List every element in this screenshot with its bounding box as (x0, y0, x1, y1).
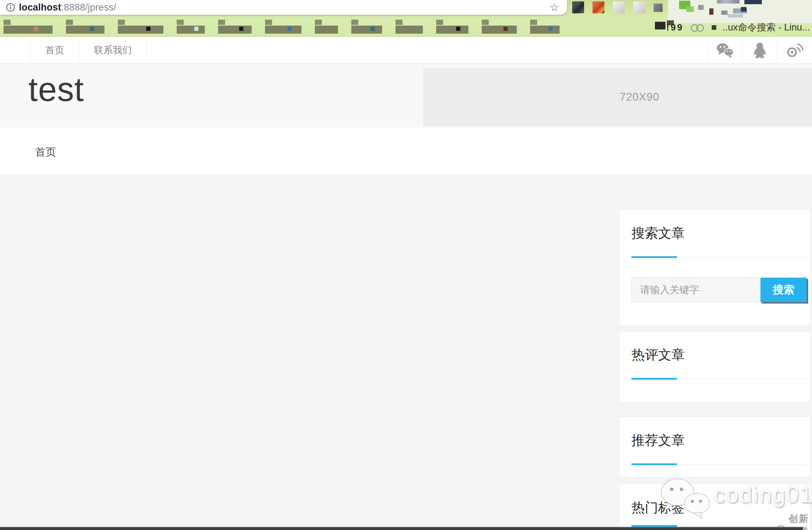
url-path: :8888/jpress/ (61, 2, 116, 13)
blurred-bookmark[interactable] (218, 20, 252, 34)
site-navbar: 首页 联系我们 (0, 37, 812, 64)
blurred-pixel-block (728, 14, 743, 18)
title-underline (631, 463, 807, 465)
page: localhost:8888/jpress/ ☆ ! (0, 0, 812, 530)
nav-item-home[interactable]: 首页 (30, 37, 79, 63)
browser-toolbar: localhost:8888/jpress/ ☆ ! (0, 0, 812, 37)
secondary-nav: 首页 (0, 128, 812, 175)
breadcrumb-home[interactable]: 首页 (35, 145, 56, 159)
blurred-bookmark[interactable] (118, 20, 163, 34)
url-host: localhost (19, 2, 61, 13)
page-info-icon[interactable] (6, 2, 15, 12)
blurred-pixel-block (721, 11, 728, 15)
social-icons (707, 37, 812, 63)
search-row: 搜索 (631, 278, 807, 302)
blurred-bookmark[interactable] (265, 20, 302, 34)
blurred-browser-popup (668, 0, 812, 23)
extension-icon[interactable] (572, 1, 584, 13)
card-title: 热评文章 (631, 346, 807, 364)
blurred-bookmark[interactable] (530, 20, 560, 34)
search-articles-card: 搜索文章 搜索 (619, 209, 811, 326)
bookmarks-bar (4, 20, 564, 34)
blurred-pixel-block (686, 6, 694, 12)
address-bar[interactable]: localhost:8888/jpress/ ☆ (0, 0, 567, 15)
extension-icon[interactable] (633, 1, 645, 13)
blurred-bookmark[interactable] (177, 20, 205, 34)
wechat-icon[interactable] (707, 37, 742, 63)
blurred-bookmark[interactable] (315, 20, 338, 34)
blurred-pixel-block (655, 22, 665, 29)
bottom-dark-bar (0, 527, 803, 530)
blurred-bookmark[interactable] (66, 20, 104, 34)
search-input[interactable] (631, 278, 760, 302)
blurred-bookmark[interactable] (482, 20, 517, 34)
accent-rule (631, 378, 677, 380)
blurred-bookmark[interactable] (395, 20, 423, 34)
extension-icon[interactable] (613, 1, 625, 13)
blurred-pixel-block (698, 5, 704, 10)
title-underline (631, 378, 807, 380)
recommended-card: 推荐文章 (619, 416, 811, 477)
card-title: 搜索文章 (631, 224, 807, 242)
accent-rule (631, 256, 677, 258)
blurred-pixel-block (744, 0, 762, 4)
accent-rule (631, 463, 677, 465)
divider (677, 464, 807, 464)
url-text[interactable]: localhost:8888/jpress/ (19, 2, 116, 13)
blurred-pixel-block (717, 0, 739, 4)
nav-item-contact[interactable]: 联系我们 (79, 37, 147, 63)
blurred-pixel-block (741, 7, 746, 12)
blurred-bookmark[interactable] (351, 20, 382, 34)
blurred-count-text: !99 (666, 22, 684, 33)
site-header: test 720X90 (0, 64, 812, 128)
extension-icon[interactable] (654, 4, 663, 12)
nav-menu: 首页 联系我们 (30, 37, 147, 63)
ad-banner-placeholder: 720X90 (423, 68, 812, 126)
rings-favicon (690, 23, 705, 32)
bookmark-star-icon[interactable]: ☆ (549, 1, 559, 14)
blurred-bookmark[interactable] (4, 20, 53, 34)
qq-icon[interactable] (742, 37, 777, 63)
card-title: 推荐文章 (631, 432, 807, 449)
bookmark-label[interactable]: ..ux命令搜索 - Linu... (723, 21, 810, 34)
title-underline (631, 256, 807, 258)
extension-icon[interactable] (593, 1, 604, 13)
divider (677, 379, 807, 379)
extension-icons (572, 1, 663, 13)
blurred-bookmark[interactable] (436, 20, 468, 34)
search-button[interactable]: 搜索 (760, 278, 807, 302)
divider (677, 257, 807, 257)
site-title: test (28, 70, 84, 109)
ad-size-label: 720X90 (620, 91, 659, 103)
weibo-icon[interactable] (777, 37, 812, 63)
hot-comments-card: 热评文章 (619, 331, 811, 402)
bookmark-right-group: !99 ..ux命令搜索 - Linu... (666, 21, 810, 34)
favicon-block (712, 25, 716, 30)
blurred-pixel-block (709, 8, 713, 15)
